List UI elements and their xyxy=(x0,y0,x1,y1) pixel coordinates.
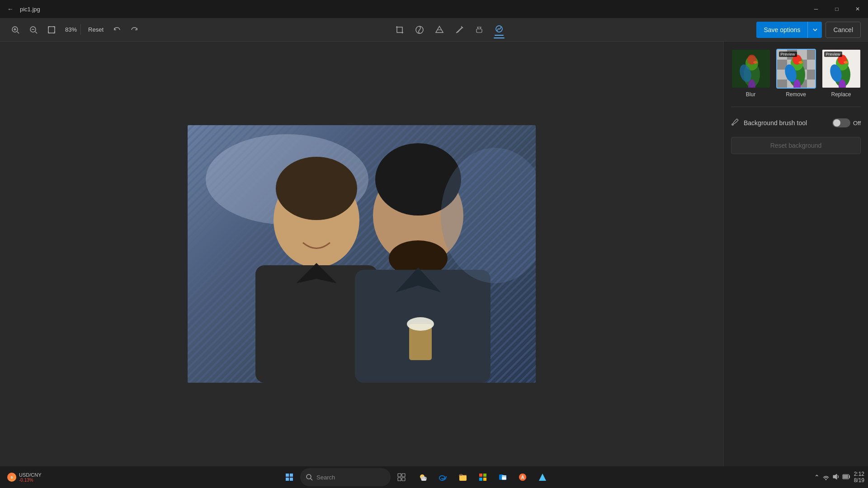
svg-rect-79 xyxy=(402,478,405,481)
svg-rect-88 xyxy=(483,478,486,481)
start-button[interactable] xyxy=(280,468,298,486)
svg-rect-7 xyxy=(48,27,55,33)
maximize-button[interactable]: □ xyxy=(826,0,847,18)
task-view-button[interactable] xyxy=(392,468,410,486)
brush-toggle[interactable]: Off xyxy=(832,118,861,127)
svg-line-75 xyxy=(311,479,312,480)
svg-rect-87 xyxy=(479,478,482,481)
toggle-track[interactable] xyxy=(832,118,850,127)
clock-date: 8/19 xyxy=(854,477,864,483)
minimize-button[interactable]: ─ xyxy=(806,0,826,18)
svg-point-69 xyxy=(731,123,734,126)
draw-button[interactable] xyxy=(451,22,467,38)
crop-tool-button[interactable] xyxy=(392,22,408,38)
photo-svg xyxy=(188,125,536,383)
cancel-button[interactable]: Cancel xyxy=(826,22,861,38)
taskbar-left: $ USD/CNY -0.13% xyxy=(4,470,58,484)
stock-pair: USD/CNY xyxy=(19,472,42,478)
toolbar-right: Save options Cancel xyxy=(756,22,861,38)
active-tool-indicator xyxy=(494,38,505,38)
zoom-level: 83% xyxy=(61,24,81,35)
svg-rect-50 xyxy=(807,70,816,80)
remove-option[interactable]: Preview xyxy=(776,49,816,98)
blur-option[interactable]: Blur xyxy=(731,49,771,98)
weather-button[interactable] xyxy=(412,468,432,486)
fit-screen-button[interactable] xyxy=(43,22,60,38)
window-controls: ─ □ ✕ xyxy=(806,0,868,18)
reset-background-button[interactable]: Reset background xyxy=(731,137,861,154)
stock-widget[interactable]: $ USD/CNY -0.13% xyxy=(4,470,45,484)
app1-button[interactable]: A xyxy=(514,468,532,486)
svg-rect-99 xyxy=(843,475,848,479)
chevron-up-icon[interactable]: ⌃ xyxy=(814,474,820,481)
clock[interactable]: 2:12 8/19 xyxy=(854,471,864,483)
background-options: Blur Preview xyxy=(731,49,861,98)
svg-marker-94 xyxy=(539,474,546,481)
reset-button[interactable]: Reset xyxy=(85,24,107,35)
undo-redo-group xyxy=(109,22,142,38)
svg-rect-78 xyxy=(398,478,401,481)
canvas-area[interactable] xyxy=(0,42,723,466)
svg-line-1 xyxy=(17,32,19,33)
blur-label: Blur xyxy=(746,91,755,98)
image-container xyxy=(188,125,536,383)
svg-rect-90 xyxy=(502,475,506,480)
redo-button[interactable] xyxy=(126,22,142,38)
zoom-in-button[interactable] xyxy=(7,22,24,38)
toggle-thumb xyxy=(833,119,840,127)
svg-rect-83 xyxy=(421,479,426,481)
svg-rect-76 xyxy=(398,474,401,477)
save-options-dropdown-arrow[interactable] xyxy=(807,22,822,38)
toolbar-left: 83% Reset xyxy=(7,22,142,38)
erase-button[interactable] xyxy=(471,22,487,38)
svg-rect-77 xyxy=(402,474,405,477)
background-button[interactable] xyxy=(491,21,507,37)
store-button[interactable] xyxy=(474,468,492,486)
taskbar: $ USD/CNY -0.13% Search xyxy=(0,466,868,488)
search-taskbar-label: Search xyxy=(316,474,335,481)
clock-time: 2:12 xyxy=(854,471,864,477)
file-title: pic1.jpg xyxy=(20,6,40,13)
stock-change: -0.13% xyxy=(19,478,42,483)
divider-1 xyxy=(731,107,861,107)
save-options-button[interactable]: Save options xyxy=(756,22,822,38)
svg-point-95 xyxy=(825,479,826,480)
taskbar-center: Search A xyxy=(58,468,774,486)
svg-text:A: A xyxy=(521,475,524,480)
right-panel: Blur Preview xyxy=(723,42,868,466)
outlook-button[interactable] xyxy=(494,468,512,486)
volume-icon[interactable] xyxy=(832,473,840,482)
replace-option[interactable]: Preview Replace xyxy=(821,49,861,98)
replace-preview-badge: Preview xyxy=(824,52,842,57)
svg-point-32 xyxy=(753,61,758,64)
adjust-button[interactable] xyxy=(411,22,428,38)
back-icon[interactable]: ← xyxy=(7,5,14,13)
zoom-out-button[interactable] xyxy=(25,22,42,38)
filter-button[interactable] xyxy=(431,22,448,38)
undo-button[interactable] xyxy=(109,22,125,38)
title-bar: ← pic1.jpg ─ □ ✕ xyxy=(0,0,868,18)
svg-point-66 xyxy=(844,61,848,64)
remove-thumb[interactable]: Preview xyxy=(776,49,816,89)
svg-rect-73 xyxy=(290,478,293,481)
blur-parrot-svg xyxy=(732,50,771,89)
network-icon[interactable] xyxy=(822,473,830,482)
battery-icon[interactable] xyxy=(842,473,850,482)
app2-button[interactable] xyxy=(533,468,552,486)
toolbar-center xyxy=(144,21,755,38)
svg-rect-54 xyxy=(807,80,816,89)
blur-thumb[interactable] xyxy=(731,49,771,89)
stock-info: USD/CNY -0.13% xyxy=(19,472,42,483)
edge-browser-button[interactable] xyxy=(434,468,452,486)
svg-line-5 xyxy=(35,32,37,33)
search-taskbar-button[interactable]: Search xyxy=(300,468,391,486)
replace-label: Replace xyxy=(831,91,851,98)
close-button[interactable]: ✕ xyxy=(847,0,868,18)
save-options-main-label[interactable]: Save options xyxy=(756,22,807,38)
brush-tool-label: Background brush tool xyxy=(744,119,828,127)
svg-rect-12 xyxy=(476,29,482,33)
file-explorer-button[interactable] xyxy=(454,468,472,486)
main-content: Blur Preview xyxy=(0,42,868,466)
replace-thumb[interactable]: Preview xyxy=(821,49,861,89)
svg-marker-9 xyxy=(436,26,443,33)
